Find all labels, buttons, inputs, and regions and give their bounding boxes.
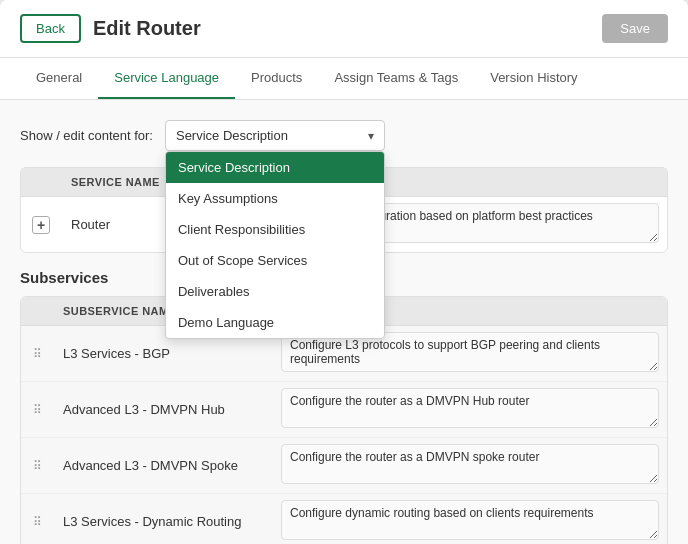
page-title: Edit Router — [93, 17, 201, 40]
sub-name-1: Advanced L3 - DMVPN Hub — [53, 392, 273, 427]
dropdown-item-deliverables[interactable]: Deliverables — [166, 276, 384, 307]
sub-row-1: ⠿ Advanced L3 - DMVPN Hub Configure the … — [21, 382, 667, 438]
sub-desc-3: Configure dynamic routing based on clien… — [273, 494, 667, 544]
chevron-down-icon: ▾ — [368, 129, 374, 143]
back-button[interactable]: Back — [20, 14, 81, 43]
content-area: Show / edit content for: Service Descrip… — [0, 100, 688, 544]
dropdown-wrapper: Service Description ▾ Service Descriptio… — [165, 120, 385, 151]
dropdown-item-service-description[interactable]: Service Description — [166, 152, 384, 183]
tab-general[interactable]: General — [20, 58, 98, 99]
dropdown-item-demo-language[interactable]: Demo Language — [166, 307, 384, 338]
dropdown-item-out-of-scope[interactable]: Out of Scope Services — [166, 245, 384, 276]
sub-desc-1: Configure the router as a DMVPN Hub rout… — [273, 382, 667, 437]
tab-version-history[interactable]: Version History — [474, 58, 593, 99]
col-expand — [21, 168, 61, 196]
show-edit-label: Show / edit content for: — [20, 128, 153, 143]
tab-assign-teams-tags[interactable]: Assign Teams & Tags — [318, 58, 474, 99]
tab-products[interactable]: Products — [235, 58, 318, 99]
drag-handle-2[interactable]: ⠿ — [21, 449, 53, 483]
row-expand-cell: + — [21, 206, 61, 244]
sub-row-3: ⠿ L3 Services - Dynamic Routing Configur… — [21, 494, 667, 544]
sub-name-3: L3 Services - Dynamic Routing — [53, 504, 273, 539]
sub-name-2: Advanced L3 - DMVPN Spoke — [53, 448, 273, 483]
drag-handle-3[interactable]: ⠿ — [21, 505, 53, 539]
sub-textarea-1[interactable]: Configure the router as a DMVPN Hub rout… — [281, 388, 659, 428]
dropdown-item-client-responsibilities[interactable]: Client Responsibilities — [166, 214, 384, 245]
dropdown-item-key-assumptions[interactable]: Key Assumptions — [166, 183, 384, 214]
header-left: Back Edit Router — [20, 14, 201, 43]
drag-handle-1[interactable]: ⠿ — [21, 393, 53, 427]
sub-textarea-2[interactable]: Configure the router as a DMVPN spoke ro… — [281, 444, 659, 484]
sub-textarea-3[interactable]: Configure dynamic routing based on clien… — [281, 500, 659, 540]
drag-handle-0[interactable]: ⠿ — [21, 337, 53, 371]
sub-desc-2: Configure the router as a DMVPN spoke ro… — [273, 438, 667, 493]
sub-row-2: ⠿ Advanced L3 - DMVPN Spoke Configure th… — [21, 438, 667, 494]
dropdown-trigger[interactable]: Service Description ▾ — [165, 120, 385, 151]
tabs-bar: General Service Language Products Assign… — [0, 58, 688, 100]
show-edit-control: Show / edit content for: Service Descrip… — [20, 120, 668, 151]
header: Back Edit Router Save — [0, 0, 688, 58]
dropdown-menu: Service Description Key Assumptions Clie… — [165, 151, 385, 339]
save-button[interactable]: Save — [602, 14, 668, 43]
sub-name-0: L3 Services - BGP — [53, 336, 273, 371]
tab-service-language[interactable]: Service Language — [98, 58, 235, 99]
sub-col-drag — [21, 297, 53, 325]
dropdown-selected-label: Service Description — [176, 128, 288, 143]
app-window: Back Edit Router Save General Service La… — [0, 0, 688, 544]
expand-button[interactable]: + — [32, 216, 50, 234]
